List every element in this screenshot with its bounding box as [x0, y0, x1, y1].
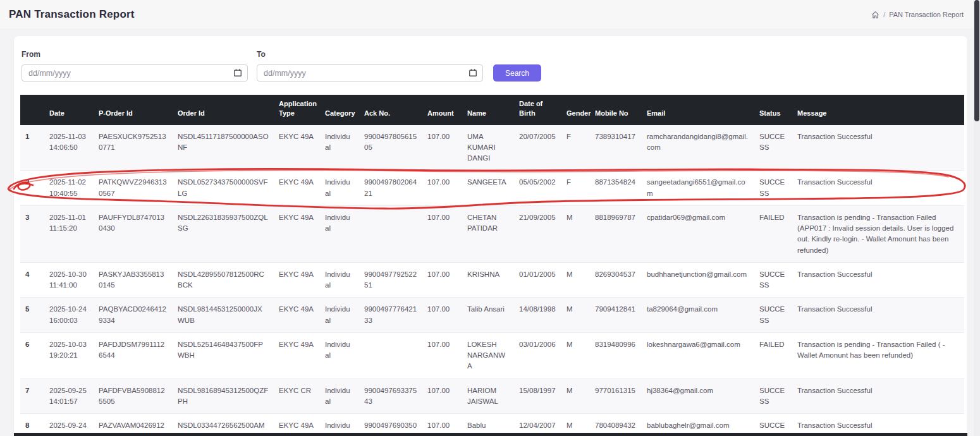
col-header-mobile-no: Mobile No	[590, 95, 642, 125]
cell-application-type: EKYC 49A	[274, 298, 320, 333]
cell-ack-no: 990049769337543	[359, 378, 422, 414]
calendar-icon[interactable]	[233, 68, 242, 80]
cell-name: SANGEETA	[462, 171, 514, 206]
cell-message: Transaction Successful	[792, 125, 964, 171]
cell-email: sangeetadangi6551@gmail.com	[642, 171, 754, 206]
cell-date: 2025-09-25 14:01:57	[44, 378, 94, 414]
cell-application-type: EKYC CR	[274, 378, 320, 414]
cell-date: 2025-10-24 16:00:03	[44, 298, 94, 333]
to-date-input[interactable]	[257, 64, 483, 82]
home-icon[interactable]	[871, 11, 879, 19]
cell-name: KRISHNA	[462, 262, 514, 298]
table-row: 22025-11-02 10:40:55PATKQWVZ29463130567N…	[20, 171, 964, 206]
cell-email: lokeshnargawa6@gmail.com	[642, 332, 754, 378]
cell-email: cpatidar069@gmail.com	[642, 205, 754, 262]
cell-amount: 107.00	[422, 298, 462, 333]
cell-ack-no: 990049780206421	[359, 171, 422, 206]
cell-gender: M	[561, 332, 590, 378]
col-header-name: Name	[462, 95, 514, 125]
to-date-group: To	[257, 50, 483, 82]
from-date-group: From	[21, 50, 248, 82]
cell-order-id: NSDL45117187500000ASONF	[173, 125, 274, 171]
cell-status: SUCCESS	[754, 171, 792, 206]
cell-name: UMA KUMARI DANGI	[462, 125, 514, 171]
cell-date: 2025-11-02 10:40:55	[44, 171, 94, 206]
cell-message: Transaction Successful	[792, 298, 964, 333]
cell-name: HARIOM JAISWAL	[462, 378, 514, 414]
cell-application-type: EKYC 49A	[274, 125, 320, 171]
cell-name: CHETAN PATIDAR	[462, 205, 514, 262]
cell-date: 2025-10-03 19:20:21	[44, 332, 94, 378]
cell-status: SUCCESS	[754, 125, 792, 171]
cell-index: 2	[20, 171, 44, 206]
cell-name: LOKESH NARGANWA	[462, 332, 514, 378]
cell-category: Individual	[320, 378, 359, 414]
cell-status: SUCCESS	[754, 378, 792, 414]
cell-dob: 03/01/2006	[514, 332, 561, 378]
cell-mobile-no: 8871354824	[590, 171, 642, 206]
cell-status: SUCCESS	[754, 262, 792, 298]
cell-message: Transaction Successful	[792, 378, 964, 414]
cell-category: Individual	[320, 171, 359, 206]
cell-message: Transaction Successful	[792, 262, 964, 298]
table-row: 42025-10-30 11:41:00PASKYJAB33558130145N…	[20, 262, 964, 298]
cell-date: 2025-11-03 14:06:50	[44, 125, 94, 171]
vertical-scrollbar[interactable]	[974, 0, 980, 436]
cell-category: Individual	[320, 332, 359, 378]
cell-gender: F	[561, 171, 590, 206]
cell-p-order-id: PAQBYACD02464129334	[94, 298, 173, 333]
cell-status: SUCCESS	[754, 298, 792, 333]
cell-p-order-id: PAFDJDSM79911126544	[94, 332, 173, 378]
table-row: 52025-10-24 16:00:03PAQBYACD02464129334N…	[20, 298, 964, 333]
calendar-icon[interactable]	[469, 68, 477, 80]
cell-application-type: EKYC 49A	[274, 262, 320, 298]
cell-index: 6	[20, 332, 44, 378]
cell-mobile-no: 8818969787	[590, 205, 642, 262]
scrollbar-thumb[interactable]	[974, 0, 979, 121]
col-header-p-order-id: P-Order Id	[94, 95, 173, 125]
cell-gender: M	[561, 205, 590, 262]
cell-amount: 107.00	[422, 332, 462, 378]
cell-index: 7	[20, 378, 44, 414]
cell-ack-no: 990049779252251	[359, 262, 422, 298]
cell-ack-no: 990049780561505	[359, 125, 422, 171]
cell-status: FAILED	[754, 332, 792, 378]
top-bar: PAN Transaction Report / PAN Transaction…	[0, 0, 980, 28]
cell-p-order-id: PAUFFYDL87470130430	[94, 205, 173, 262]
cell-index: 1	[20, 125, 44, 171]
cell-amount: 107.00	[422, 125, 462, 171]
cell-gender: F	[561, 125, 590, 171]
report-card: From To Search	[14, 36, 967, 436]
table-row: 72025-09-25 14:01:57PAFDFVBA59088125505N…	[20, 378, 964, 414]
col-header-index	[20, 95, 44, 125]
cell-gender: M	[561, 262, 590, 298]
search-button[interactable]: Search	[493, 64, 541, 82]
cell-ack-no: 990049777642133	[359, 298, 422, 333]
cell-mobile-no: 7389310417	[590, 125, 642, 171]
cell-dob: 21/09/2005	[514, 205, 561, 262]
cell-order-id: NSDL98144531250000JXWUB	[173, 298, 274, 333]
cell-email: budhhanetjunction@gmail.com	[642, 262, 754, 298]
col-header-amount: Amount	[422, 95, 462, 125]
cell-gender: M	[561, 378, 590, 414]
cell-name: Talib Ansari	[462, 298, 514, 333]
from-date-input[interactable]	[21, 64, 248, 82]
cell-message: Transaction is pending - Transaction Fai…	[792, 205, 964, 262]
cell-dob: 05/05/2002	[514, 171, 561, 206]
cell-index: 5	[20, 298, 44, 333]
cell-mobile-no: 8269304537	[590, 262, 642, 298]
breadcrumb-separator: /	[883, 11, 885, 18]
col-header-status: Status	[754, 95, 792, 125]
cell-amount: 107.00	[422, 378, 462, 414]
breadcrumb-current: PAN Transaction Report	[889, 11, 964, 18]
cell-category: Individual	[320, 125, 359, 171]
cell-message: Transaction is pending - Transaction Fai…	[792, 332, 964, 378]
col-header-date: Date	[44, 95, 94, 125]
col-header-application-type: Application Type	[274, 95, 320, 125]
cell-dob: 01/01/2005	[514, 262, 561, 298]
cell-category: Individual	[320, 298, 359, 333]
from-label: From	[21, 50, 248, 59]
cell-date: 2025-10-30 11:41:00	[44, 262, 94, 298]
filter-bar: From To Search	[20, 50, 961, 82]
cell-date: 2025-11-01 11:15:20	[44, 205, 94, 262]
